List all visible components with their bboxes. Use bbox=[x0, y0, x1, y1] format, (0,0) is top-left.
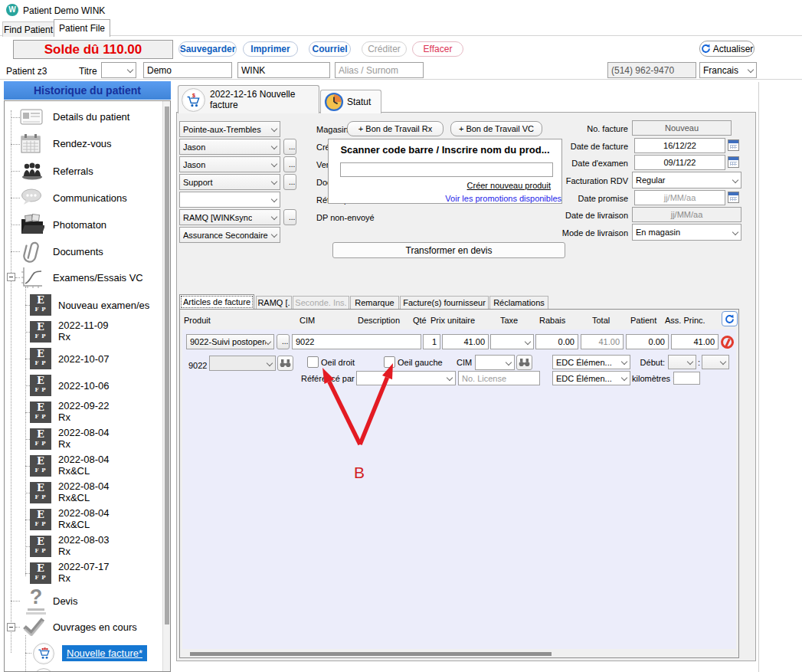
refresh-button[interactable]: Actualiser bbox=[699, 41, 755, 57]
store-select[interactable]: Pointe-aux-Trembles bbox=[179, 121, 280, 137]
cart-icon[interactable] bbox=[33, 643, 54, 664]
tab-ramq[interactable]: RAMQ [. bbox=[256, 296, 292, 310]
cim-select[interactable] bbox=[475, 355, 515, 370]
print-button[interactable]: Imprimer bbox=[243, 41, 298, 57]
product-more-button[interactable]: ... bbox=[277, 334, 290, 349]
exam-item-type[interactable]: Rx&CL bbox=[58, 519, 90, 530]
exam-item[interactable]: 2022-08-04 bbox=[58, 427, 110, 438]
eye-chart-icon[interactable]: EFP bbox=[30, 375, 51, 396]
sidebar-item-communications[interactable]: Communications bbox=[53, 192, 127, 204]
kilometres-field[interactable] bbox=[673, 372, 700, 385]
tab-reclamations[interactable]: Réclamations bbox=[489, 296, 548, 310]
eye-chart-icon[interactable]: EFP bbox=[30, 294, 51, 316]
right-eye-checkbox[interactable] bbox=[307, 356, 319, 368]
eye-chart-icon[interactable]: EFP bbox=[30, 321, 51, 343]
table-hscrollbar[interactable] bbox=[182, 651, 736, 657]
credit-button[interactable]: Créditer bbox=[362, 41, 407, 57]
exam-date-field[interactable]: 09/11/22 bbox=[634, 155, 725, 170]
edc-select-2[interactable]: EDC Élémen... bbox=[552, 371, 630, 385]
first-name-field[interactable] bbox=[143, 62, 232, 78]
exam-item-type[interactable]: Rx bbox=[58, 546, 70, 557]
sidebar-item-photomaton[interactable]: Photomaton bbox=[53, 219, 106, 231]
debut-minute-select[interactable] bbox=[702, 355, 729, 369]
exam-item[interactable]: 2022-08-04 bbox=[58, 454, 110, 465]
exam-item[interactable]: 2022-08-04 bbox=[58, 507, 110, 519]
eye-chart-icon[interactable]: EFP bbox=[30, 536, 51, 557]
secondary-insurance-select[interactable]: Assurance Secondaire bbox=[179, 227, 280, 243]
created-by-select[interactable]: Jason bbox=[179, 139, 280, 155]
email-button[interactable]: Courriel bbox=[309, 41, 351, 57]
sold-by-select[interactable]: Jason bbox=[179, 156, 280, 172]
qty-field[interactable]: 1 bbox=[423, 334, 440, 349]
eye-chart-icon[interactable]: EFP bbox=[30, 455, 51, 477]
exam-item-type[interactable]: Rx bbox=[58, 331, 70, 343]
tab-factures-fournisseur[interactable]: Facture(s) fournisseur bbox=[400, 296, 489, 310]
last-name-field[interactable] bbox=[237, 62, 330, 78]
scanner-input[interactable] bbox=[340, 162, 553, 177]
tab-articles-de-facture[interactable]: Articles de facture bbox=[179, 294, 254, 310]
collapse-icon[interactable] bbox=[7, 273, 15, 281]
delivery-mode-select[interactable]: En magasin bbox=[632, 224, 741, 241]
eye-chart-icon[interactable]: EFP bbox=[30, 348, 51, 369]
erase-button[interactable]: Effacer bbox=[412, 41, 463, 57]
eye-chart-icon[interactable]: EFP bbox=[30, 482, 51, 503]
exam-item[interactable]: 2022-08-04 bbox=[58, 480, 110, 492]
sidebar-item-rendez-vous[interactable]: Rendez-vous bbox=[53, 138, 112, 149]
transform-quote-button[interactable]: Transformer en devis bbox=[332, 242, 565, 258]
doctor-select[interactable]: Support bbox=[179, 174, 280, 190]
rebate-field[interactable]: 0.00 bbox=[535, 334, 578, 349]
exam-item[interactable]: 2022-08-03 bbox=[58, 534, 110, 546]
tab-patient-file[interactable]: Patient File bbox=[54, 19, 110, 37]
ramq-select[interactable]: RAMQ [WINKsync bbox=[179, 209, 280, 225]
cim-search-button[interactable] bbox=[516, 355, 532, 370]
tax-select[interactable] bbox=[490, 334, 534, 349]
left-eye-checkbox[interactable] bbox=[384, 356, 395, 368]
exam-item-type[interactable]: Rx&CL bbox=[58, 492, 90, 503]
exam-item[interactable]: 2022-10-07 bbox=[58, 353, 110, 365]
exam-item[interactable]: 2022-09-22 bbox=[58, 400, 110, 411]
sidebar-item-devis[interactable]: Devis bbox=[53, 595, 78, 607]
promised-date-field[interactable] bbox=[634, 190, 725, 205]
work-order-vc-button[interactable]: + Bon de Travail VC bbox=[450, 121, 542, 136]
tab-find-patient[interactable]: Find Patient bbox=[2, 21, 54, 37]
referred-by-select[interactable] bbox=[179, 192, 280, 208]
tab-invoice[interactable]: $ 2022-12-16 Nouvelle facture bbox=[178, 85, 319, 113]
billing-select[interactable]: Regular bbox=[632, 172, 741, 188]
product-select[interactable]: 9022-Suivi postopera bbox=[186, 334, 274, 349]
sidebar-item-examens-essais-vc[interactable]: Examens/Essais VC bbox=[53, 272, 143, 284]
tab-statut[interactable]: Statut bbox=[320, 90, 381, 113]
exam-item[interactable]: 2022-07-17 bbox=[58, 561, 110, 572]
exam-item[interactable]: Nouveau examen/es bbox=[58, 300, 165, 311]
patient-amount-field[interactable]: 0.00 bbox=[626, 334, 669, 349]
tab-remarque[interactable]: Remarque bbox=[350, 296, 399, 310]
eye-chart-icon[interactable]: EFP bbox=[30, 402, 51, 423]
search-binoculars-button[interactable] bbox=[277, 356, 293, 371]
referenced-by-select[interactable] bbox=[356, 371, 456, 385]
calendar-icon[interactable] bbox=[728, 192, 739, 203]
created-by-more-button[interactable]: ... bbox=[283, 139, 296, 155]
language-select[interactable]: Francais bbox=[699, 62, 757, 78]
sidebar-scrollbar[interactable] bbox=[162, 101, 171, 672]
cart-icon[interactable] bbox=[33, 668, 54, 672]
sold-by-more-button[interactable]: ... bbox=[283, 156, 296, 172]
calendar-icon[interactable] bbox=[728, 139, 739, 151]
alias-field[interactable] bbox=[335, 62, 424, 78]
primary-insurance-amount-field[interactable]: 41.00 bbox=[671, 334, 719, 349]
collapse-icon[interactable] bbox=[7, 623, 15, 631]
save-button[interactable]: Sauvegarder bbox=[178, 41, 237, 57]
exam-item-type[interactable]: Rx bbox=[58, 572, 70, 584]
sidebar-item-details-du-patient[interactable]: Details du patient bbox=[53, 111, 129, 123]
exam-item-type[interactable]: Rx bbox=[58, 411, 70, 423]
exam-item[interactable]: 2022-10-06 bbox=[58, 380, 110, 392]
sidebar-item-referrals[interactable]: Referrals bbox=[53, 166, 93, 177]
sidebar-item-ouvrages-en-cours[interactable]: Ouvrages en cours bbox=[53, 621, 137, 633]
eye-chart-icon[interactable]: EFP bbox=[30, 428, 51, 450]
product-code-field[interactable] bbox=[292, 334, 421, 349]
work-order-rx-button[interactable]: + Bon de Travail Rx bbox=[347, 121, 444, 136]
sidebar-item-documents[interactable]: Documents bbox=[53, 246, 103, 257]
sidebar-scrollbar-thumb[interactable] bbox=[165, 107, 169, 624]
title-select[interactable] bbox=[101, 62, 136, 78]
unit-price-field[interactable]: 41.00 bbox=[442, 334, 489, 349]
license-field[interactable] bbox=[458, 371, 540, 385]
exam-item-type[interactable]: Rx bbox=[58, 438, 70, 450]
